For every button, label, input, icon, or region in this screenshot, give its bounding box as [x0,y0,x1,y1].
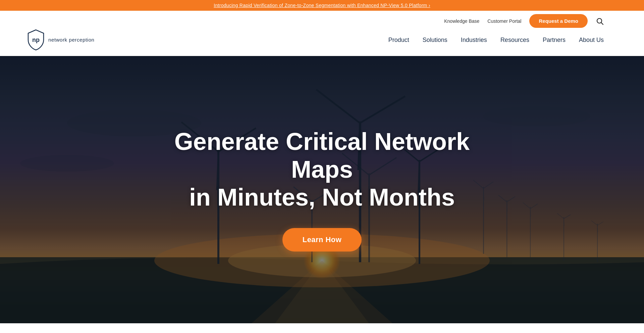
top-banner: Introducing Rapid Verification of Zone-t… [0,0,644,11]
nav-resources[interactable]: Resources [500,35,529,45]
header: Knowledge Base Customer Portal Request a… [0,11,644,56]
logo-shield-icon: np [27,29,45,51]
svg-line-1 [601,23,603,24]
hero-title: Generate Critical Network Maps in Minute… [171,128,473,211]
banner-link[interactable]: Introducing Rapid Verification of Zone-t… [214,3,430,8]
svg-point-0 [597,18,602,23]
nav-about-us[interactable]: About Us [579,35,604,45]
logo-brand: network perception [48,37,95,43]
hero-content: Generate Critical Network Maps in Minute… [104,128,540,251]
header-top-row: Knowledge Base Customer Portal Request a… [0,11,644,29]
knowledge-base-link[interactable]: Knowledge Base [444,18,479,24]
header-bottom-row: np network perception Product Solutions … [0,29,644,56]
logo[interactable]: np network perception [27,29,95,51]
nav-industries[interactable]: Industries [461,35,487,45]
logo-text: network perception [48,37,95,43]
main-nav: Product Solutions Industries Resources P… [388,35,604,45]
search-icon[interactable] [596,17,604,25]
nav-solutions[interactable]: Solutions [423,35,447,45]
nav-partners[interactable]: Partners [543,35,566,45]
nav-product[interactable]: Product [388,35,409,45]
hero-section: Generate Critical Network Maps in Minute… [0,56,644,323]
customer-portal-link[interactable]: Customer Portal [487,18,521,24]
learn-how-button[interactable]: Learn How [282,228,362,252]
svg-text:np: np [32,37,40,43]
request-demo-button[interactable]: Request a Demo [529,14,588,28]
